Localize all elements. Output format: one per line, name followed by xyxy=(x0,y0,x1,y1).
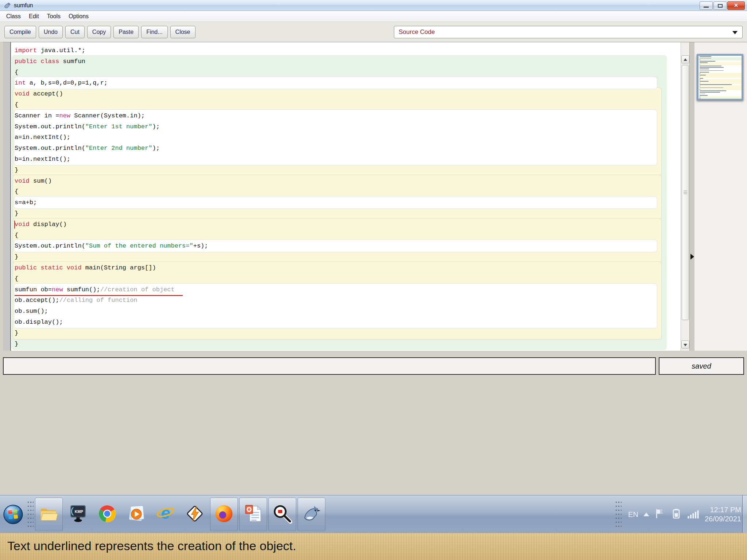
view-selector-dropdown[interactable]: Source Code xyxy=(394,26,743,38)
cut-button[interactable]: Cut xyxy=(65,26,85,38)
scroll-up-icon xyxy=(684,58,687,61)
taskbar-button-explorer[interactable] xyxy=(35,498,63,531)
taskbar-button-ppt[interactable] xyxy=(239,498,267,531)
code-line[interactable]: s=a+b; xyxy=(11,197,681,208)
code-line[interactable]: { xyxy=(11,230,681,241)
code-line[interactable]: public class sumfun xyxy=(11,56,681,67)
naviview-panel xyxy=(694,42,747,351)
code-line[interactable]: public static void main(String args[]) xyxy=(11,262,681,273)
taskbar-button-bluej[interactable] xyxy=(298,498,325,531)
maximize-icon xyxy=(718,4,723,8)
code-line[interactable]: System.out.println("Enter 2nd number"); xyxy=(11,143,681,154)
code-line[interactable]: { xyxy=(11,100,681,110)
winamp-icon xyxy=(185,503,205,525)
code-line[interactable]: System.out.println("Sum of the entered n… xyxy=(11,241,681,252)
code-text: { xyxy=(15,100,18,110)
code-line[interactable]: } xyxy=(11,208,681,219)
undo-button[interactable]: Undo xyxy=(39,26,63,38)
minimap-body xyxy=(698,56,742,99)
code-line[interactable]: int a, b,s=0,d=0,p=1,q,r; xyxy=(11,78,681,89)
taskbar-button-firefox[interactable] xyxy=(210,498,238,531)
find-button[interactable]: Find... xyxy=(141,26,167,38)
language-indicator[interactable]: EN xyxy=(628,510,638,519)
code-text: { xyxy=(15,230,18,241)
code-line[interactable]: a=in.nextInt(); xyxy=(11,132,681,143)
window-title: sumfun xyxy=(14,0,33,11)
code-line[interactable]: void accept() xyxy=(11,89,681,100)
menu-edit[interactable]: Edit xyxy=(25,11,43,22)
code-line[interactable]: System.out.println("Enter 1st number"); xyxy=(11,121,681,132)
code-line[interactable]: { xyxy=(11,186,681,197)
close-button[interactable]: ✕ xyxy=(727,1,745,10)
minimize-button[interactable] xyxy=(700,1,713,10)
code-line[interactable]: Scanner in =new Scanner(System.in); xyxy=(11,110,681,121)
code-line[interactable]: b=in.nextInt(); xyxy=(11,154,681,165)
code-text: import java.util.*; xyxy=(15,45,85,56)
battery-icon[interactable] xyxy=(670,508,682,521)
save-state-badge: saved xyxy=(659,357,744,375)
code-line[interactable]: void display() xyxy=(11,219,681,230)
code-line[interactable]: sumfun ob=new sumfun();//creation of obj… xyxy=(11,284,681,295)
vertical-scrollbar[interactable] xyxy=(681,42,689,351)
code-text: ob.sum(); xyxy=(15,306,48,317)
compile-button[interactable]: Compile xyxy=(4,26,36,38)
menu-class[interactable]: Class xyxy=(2,11,25,22)
code-text: int a, b,s=0,d=0,p=1,q,r; xyxy=(15,78,108,89)
hidden-icons-chevron-icon[interactable] xyxy=(643,513,649,516)
code-text: System.out.println("Enter 1st number"); xyxy=(15,121,160,132)
start-button[interactable] xyxy=(3,504,23,525)
firefox-icon xyxy=(214,503,234,525)
code-line[interactable]: } xyxy=(11,165,681,176)
code-text: { xyxy=(15,67,18,78)
menu-tools[interactable]: Tools xyxy=(43,11,65,22)
code-line[interactable]: { xyxy=(11,67,681,78)
taskbar-button-wmp[interactable] xyxy=(123,498,150,531)
taskbar-button-ie[interactable]: e xyxy=(152,498,179,531)
show-desktop-button[interactable] xyxy=(742,495,747,533)
windows-media-player-icon xyxy=(126,503,147,525)
taskbar-button-chrome[interactable] xyxy=(93,498,121,531)
taskbar-button-winamp[interactable] xyxy=(181,498,209,531)
dropdown-arrow-icon xyxy=(732,31,738,34)
paste-button[interactable]: Paste xyxy=(113,26,139,38)
taskbar-icons: KMPe xyxy=(26,495,327,533)
code-line[interactable]: } xyxy=(11,328,681,339)
menu-options[interactable]: Options xyxy=(65,11,93,22)
code-line[interactable]: } xyxy=(11,339,681,350)
taskbar-button-kmplayer[interactable]: KMP xyxy=(64,498,92,531)
code-line[interactable]: import java.util.*; xyxy=(11,45,681,56)
code-line[interactable]: ob.display(); xyxy=(11,317,681,328)
code-line[interactable]: } xyxy=(11,252,681,262)
taskbar: KMPe EN xyxy=(0,495,747,533)
code-line[interactable]: ob.sum(); xyxy=(11,306,681,317)
tray-grip xyxy=(615,500,622,529)
code-editor[interactable]: import java.util.*;public class sumfun{i… xyxy=(11,42,681,351)
copy-button[interactable]: Copy xyxy=(87,26,111,38)
status-message-field[interactable] xyxy=(3,357,656,375)
code-line[interactable]: void sum() xyxy=(11,176,681,187)
code-line[interactable]: ob.accept();//calling of function xyxy=(11,295,681,306)
taskbar-button-magnifier[interactable] xyxy=(268,498,296,531)
naviview-divider[interactable] xyxy=(689,42,694,351)
bluej-app-icon xyxy=(3,1,11,9)
close-editor-button[interactable]: Close xyxy=(170,26,196,38)
text-cursor xyxy=(14,221,15,229)
code-text: System.out.println("Enter 2nd number"); xyxy=(15,143,160,154)
network-signal-icon[interactable] xyxy=(687,508,700,521)
code-text: } xyxy=(15,252,18,262)
naviview-collapse-arrow-icon[interactable] xyxy=(690,254,694,260)
code-minimap[interactable] xyxy=(697,54,743,101)
scroll-down-button[interactable] xyxy=(681,341,689,349)
maximize-button[interactable] xyxy=(713,1,727,10)
action-center-flag-icon[interactable] xyxy=(654,508,665,521)
close-icon: ✕ xyxy=(728,2,744,9)
minimize-icon xyxy=(704,7,709,8)
code-line[interactable]: { xyxy=(11,273,681,284)
code-text: } xyxy=(15,165,18,176)
clock[interactable]: 12:17 PM 26/09/2021 xyxy=(705,505,741,524)
code-text: } xyxy=(15,339,18,350)
caption-text: Text underlined represents the creation … xyxy=(7,533,296,559)
code-text: { xyxy=(15,186,18,197)
scroll-up-button[interactable] xyxy=(681,55,689,63)
scrollbar-thumb[interactable] xyxy=(682,65,689,320)
